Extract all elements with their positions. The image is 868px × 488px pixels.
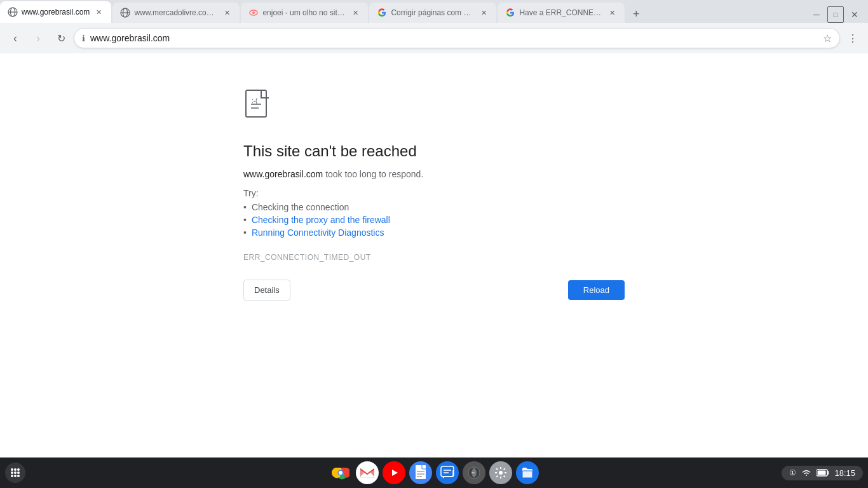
taskbar-gmail[interactable]	[356, 461, 379, 484]
svg-point-19	[14, 475, 17, 477]
back-button[interactable]: ‹	[5, 28, 25, 48]
tab-bar: www.gorebrasil.com ✕ www.mercadolivre.co…	[0, 0, 868, 23]
gmail-icon	[360, 468, 374, 478]
address-bar-row: ‹ › ↻ ℹ www.gorebrasil.com ☆ ⋮	[0, 23, 868, 53]
taskbar-docs[interactable]	[409, 461, 432, 484]
tab-5-favicon	[505, 8, 515, 18]
minimize-button[interactable]: ─	[808, 6, 825, 23]
tab-5-title: Have a ERR_CONNECTION_TIM	[519, 8, 603, 17]
system-tray[interactable]: ① 18:15	[782, 466, 863, 480]
svg-point-13	[14, 468, 17, 471]
battery-icon	[817, 469, 829, 477]
close-button[interactable]: ✕	[846, 6, 863, 23]
taskbar-settings[interactable]	[489, 461, 512, 484]
svg-rect-32	[441, 466, 454, 477]
tab-3-favicon	[248, 8, 259, 18]
tab-1-title: www.gorebrasil.com	[22, 8, 90, 17]
bookmark-star-icon[interactable]: ☆	[823, 32, 832, 44]
settings-icon	[494, 466, 508, 480]
tab-5[interactable]: Have a ERR_CONNECTION_TIM ✕	[498, 3, 625, 23]
messages-icon	[440, 466, 454, 480]
taskbar-launcher[interactable]	[5, 463, 25, 483]
error-icon: :-(	[243, 89, 274, 125]
suggestion-1: • Checking the connection	[243, 202, 390, 212]
tab-1[interactable]: www.gorebrasil.com ✕	[0, 1, 111, 23]
page-content: :-( This site can't be reached www.goreb…	[0, 53, 868, 458]
taskbar: ~	[0, 458, 868, 488]
docs-icon	[414, 465, 427, 480]
tab-5-close[interactable]: ✕	[607, 8, 617, 18]
news-icon: ~	[467, 466, 481, 480]
suggestion-3: • Running Connectivity Diagnostics	[243, 227, 390, 238]
browser-window: www.gorebrasil.com ✕ www.mercadolivre.co…	[0, 0, 868, 458]
taskbar-chrome[interactable]	[329, 461, 352, 484]
svg-point-14	[17, 468, 20, 471]
svg-point-16	[14, 471, 17, 474]
bullet-2: •	[243, 215, 247, 225]
svg-rect-49	[818, 471, 826, 475]
try-label: Try:	[243, 188, 259, 198]
taskbar-news[interactable]: ~	[463, 461, 485, 484]
suggestion-2: • Checking the proxy and the firewall	[243, 215, 390, 225]
taskbar-files[interactable]	[516, 461, 539, 484]
toolbar-right: ⋮	[843, 28, 863, 48]
tab-2-close[interactable]: ✕	[222, 8, 232, 18]
tab-3[interactable]: enjoei - um olho no site, outro n ✕	[241, 3, 368, 23]
tab-4-close[interactable]: ✕	[478, 8, 489, 18]
svg-point-24	[339, 471, 342, 475]
tab-1-favicon	[8, 7, 18, 17]
forward-button[interactable]: ›	[28, 28, 48, 48]
tab-3-title: enjoei - um olho no site, outro n	[262, 8, 346, 17]
suggestions-list: • Checking the connection • Checking the…	[243, 202, 390, 240]
error-site-name: www.gorebrasil.com	[243, 169, 323, 179]
notification-icon: ①	[789, 468, 796, 477]
svg-rect-47	[522, 471, 532, 478]
bullet-3: •	[243, 227, 247, 238]
svg-point-38	[499, 471, 503, 475]
tab-4-favicon	[377, 8, 387, 18]
error-title: This site can't be reached	[243, 142, 417, 160]
details-button[interactable]: Details	[243, 280, 290, 301]
suggestion-2-link[interactable]: Checking the proxy and the firewall	[252, 215, 390, 225]
svg-text:~: ~	[471, 470, 475, 476]
account-button[interactable]: ⋮	[843, 28, 863, 48]
clock: 18:15	[834, 468, 855, 478]
wifi-icon	[801, 469, 811, 477]
svg-point-15	[11, 471, 13, 474]
error-desc-suffix: took too long to respond.	[323, 169, 423, 179]
reload-button[interactable]: Reload	[568, 280, 625, 300]
tab-2-favicon	[120, 8, 130, 18]
maximize-button[interactable]: □	[827, 6, 844, 23]
launcher-icon	[10, 467, 21, 478]
suggestion-3-link[interactable]: Running Connectivity Diagnostics	[252, 227, 384, 238]
tab-3-close[interactable]: ✕	[350, 8, 360, 18]
lock-icon: ℹ	[82, 34, 85, 43]
taskbar-messages[interactable]	[436, 461, 459, 484]
address-text: www.gorebrasil.com	[90, 33, 818, 43]
bullet-1: •	[243, 202, 247, 212]
button-row: Details Reload	[243, 280, 625, 301]
error-description: www.gorebrasil.com took too long to resp…	[243, 169, 423, 179]
svg-point-20	[17, 475, 20, 477]
svg-text::-(: :-(	[252, 97, 258, 104]
svg-point-17	[17, 471, 20, 474]
reload-nav-button[interactable]: ↻	[51, 28, 71, 48]
suggestion-1-text: Checking the connection	[252, 202, 349, 212]
error-code: ERR_CONNECTION_TIMED_OUT	[243, 253, 371, 262]
svg-point-7	[252, 11, 255, 14]
svg-point-12	[11, 468, 13, 471]
youtube-icon	[387, 468, 401, 478]
chrome-icon	[332, 464, 349, 482]
svg-point-18	[11, 475, 13, 477]
tab-1-close[interactable]: ✕	[93, 7, 104, 17]
taskbar-youtube[interactable]	[383, 461, 405, 484]
address-bar[interactable]: ℹ www.gorebrasil.com ☆	[74, 28, 840, 48]
tab-2-title: www.mercadolivre.com.br	[134, 8, 218, 17]
taskbar-icons: ~	[329, 461, 539, 484]
tab-4-title: Corrigir páginas com a falha"A	[391, 8, 475, 17]
new-tab-button[interactable]: +	[627, 5, 645, 23]
tab-2[interactable]: www.mercadolivre.com.br ✕	[112, 3, 240, 23]
files-icon	[520, 466, 534, 480]
tab-4[interactable]: Corrigir páginas com a falha"A ✕	[369, 3, 496, 23]
